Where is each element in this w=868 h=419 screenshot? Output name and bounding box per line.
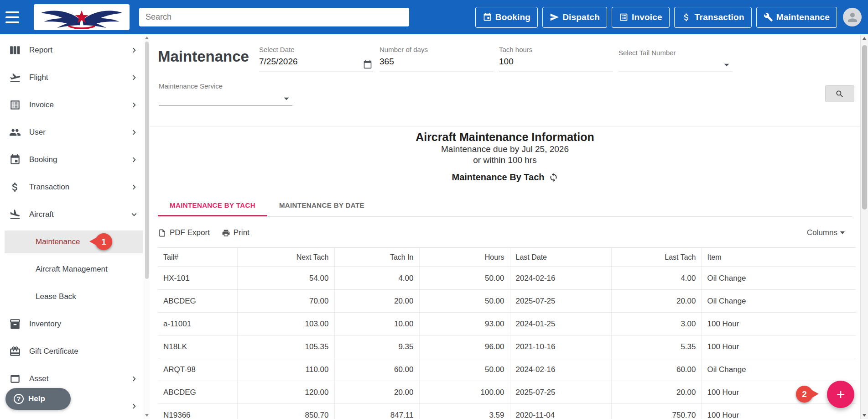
nav-maintenance-button[interactable]: Maintenance [756, 7, 837, 28]
nav-booking-button[interactable]: Booking [475, 7, 538, 28]
grid-header-row: Tail# Next Tach Tach In Hours Last Date … [158, 248, 856, 267]
pdf-export-button[interactable]: PDF Export [158, 228, 210, 237]
calendar-icon [483, 12, 492, 22]
sidebar-item-transaction[interactable]: Transaction [0, 173, 144, 201]
page-scrollbar[interactable] [860, 34, 868, 419]
grid-cell: 20.00 [334, 290, 419, 313]
maintenance-summary: Aircraft Maintenance Information Mainten… [150, 126, 860, 183]
grid-row[interactable]: N19366850.70847.113.592020-11-04750.7010… [158, 404, 856, 419]
scroll-up-arrow[interactable] [145, 37, 149, 39]
add-record-fab[interactable]: + [827, 381, 854, 408]
grid-cell: 120.00 [237, 381, 334, 404]
number-of-days-field[interactable]: Number of days 365 [379, 46, 494, 72]
grid-row[interactable]: HX-10154.004.0050.002024-02-164.00Oil Ch… [158, 267, 856, 290]
maintenance-grid: Tail# Next Tach Tach In Hours Last Date … [158, 247, 856, 419]
grid-cell: 54.00 [237, 267, 334, 290]
sidebar-item-booking[interactable]: Booking [0, 146, 144, 173]
grid-cell: 3.59 [419, 404, 510, 419]
filter-search-button[interactable] [825, 85, 854, 102]
nav-button-label: Booking [495, 12, 530, 22]
sidebar-item-label: Aircraft [29, 210, 54, 219]
grid-cell: 96.00 [419, 335, 510, 358]
summary-within-line: or within 100 hrs [150, 155, 860, 166]
tach-hours-field[interactable]: Tach hours 100 [499, 46, 613, 72]
sidebar-item-aircraft[interactable]: Aircraft [0, 201, 144, 228]
col-header-item[interactable]: Item [702, 248, 856, 267]
sidebar-subitem-maintenance[interactable]: Maintenance [0, 228, 144, 256]
sync-icon[interactable] [549, 173, 558, 182]
grid-cell: 9.35 [334, 335, 419, 358]
search-input[interactable] [139, 8, 409, 26]
grid-cell: 20.00 [611, 381, 702, 404]
person-icon [846, 10, 859, 24]
sidebar-item-flight[interactable]: Flight [0, 64, 144, 91]
grid-cell: 103.00 [237, 313, 334, 335]
top-header: Booking Dispatch Invoice Transaction Mai… [0, 0, 868, 34]
eagle-star-logo [38, 6, 125, 29]
col-header-tach-in[interactable]: Tach In [334, 248, 419, 267]
col-header-next-tach[interactable]: Next Tach [237, 248, 334, 267]
sidebar: Report Flight Invoice User Booking [0, 34, 150, 419]
help-button-label: Help [28, 394, 45, 403]
select-date-field[interactable]: Select Date 7/25/2026 [259, 46, 373, 72]
dropdown-arrow-icon[interactable] [281, 93, 292, 105]
col-header-last-date[interactable]: Last Date [510, 248, 611, 267]
grid-row[interactable]: ABCDEG120.0020.00100.002025-07-2520.0010… [158, 381, 856, 404]
select-tail-number-dropdown[interactable]: Select Tail Number [619, 46, 733, 72]
tab-maintenance-by-date[interactable]: MAINTENANCE BY DATE [267, 196, 376, 216]
user-avatar[interactable] [843, 8, 862, 26]
sidebar-item-inventory[interactable]: Inventory [0, 310, 144, 338]
grid-cell: 50.00 [419, 290, 510, 313]
select-date-value: 7/25/2026 [259, 57, 373, 68]
sidebar-item-invoice[interactable]: Invoice [0, 91, 144, 119]
sidebar-subitem-label: Lease Back [36, 292, 76, 301]
maintenance-service-dropdown[interactable]: Maintenance Service [159, 82, 292, 106]
tab-maintenance-by-tach[interactable]: MAINTENANCE BY TACH [158, 196, 267, 216]
grid-cell: 750.70 [611, 404, 702, 419]
chevron-right-icon [129, 100, 139, 110]
help-button[interactable]: ? Help [5, 388, 71, 410]
sidebar-item-gift-certificate[interactable]: Gift Certificate [0, 338, 144, 365]
nav-invoice-button[interactable]: Invoice [612, 7, 670, 28]
company-logo[interactable] [34, 4, 130, 30]
maintenance-service-label: Maintenance Service [159, 82, 292, 91]
nav-transaction-button[interactable]: Transaction [674, 7, 752, 28]
columns-menu-button[interactable]: Columns [804, 228, 847, 238]
search-icon [835, 89, 844, 99]
calendar-icon[interactable] [363, 60, 372, 69]
grid-row[interactable]: ABCDEG70.0020.0050.002025-07-2520.00Oil … [158, 290, 856, 313]
scroll-down-arrow[interactable] [863, 414, 866, 417]
grid-row[interactable]: ARQT-98110.0060.0050.002024-02-1660.00Oi… [158, 358, 856, 381]
sidebar-subitem-lease-back[interactable]: Lease Back [0, 283, 144, 310]
grid-cell: 100 Hour [702, 313, 856, 335]
chevron-right-icon [129, 45, 139, 55]
grid-row[interactable]: a-11001103.0010.0093.002024-01-253.00100… [158, 313, 856, 335]
grid-cell: 2020-11-04 [510, 404, 611, 419]
col-header-tail[interactable]: Tail# [158, 248, 237, 267]
sidebar-item-report[interactable]: Report [0, 37, 144, 64]
print-button[interactable]: Print [222, 228, 249, 237]
grid-cell: 20.00 [334, 381, 419, 404]
scroll-up-arrow[interactable] [863, 37, 866, 40]
sidebar-scrollbar[interactable] [144, 34, 150, 419]
pdf-file-icon [158, 229, 166, 237]
grid-cell: 105.35 [237, 335, 334, 358]
sidebar-subitem-aircraft-management[interactable]: Aircraft Management [0, 256, 144, 283]
chevron-right-icon [129, 401, 139, 411]
col-header-hours[interactable]: Hours [419, 248, 510, 267]
sidebar-scrollbar-thumb[interactable] [145, 42, 149, 279]
hamburger-menu-button[interactable] [5, 10, 21, 24]
nav-dispatch-button[interactable]: Dispatch [542, 7, 607, 28]
scroll-down-arrow[interactable] [145, 414, 149, 417]
dropdown-arrow-icon[interactable] [721, 59, 733, 71]
grid-cell: 100.00 [419, 381, 510, 404]
grid-cell: 3.00 [611, 313, 702, 335]
grid-cell: 60.00 [334, 358, 419, 381]
page-scrollbar-thumb[interactable] [862, 45, 867, 210]
col-header-last-tach[interactable]: Last Tach [611, 248, 702, 267]
dollar-icon [681, 12, 691, 22]
sidebar-item-user[interactable]: User [0, 119, 144, 146]
dropdown-caret-icon [840, 231, 845, 234]
grid-toolbar: PDF Export Print Columns [150, 224, 860, 242]
grid-row[interactable]: N18LK105.359.3596.002021-10-165.35100 Ho… [158, 335, 856, 358]
